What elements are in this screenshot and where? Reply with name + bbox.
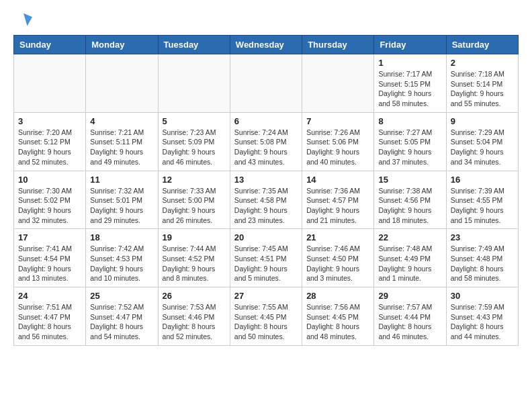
header	[13, 11, 519, 30]
day-number: 24	[18, 291, 81, 301]
calendar-week-2: 10Sunrise: 7:30 AM Sunset: 5:02 PM Dayli…	[14, 171, 519, 229]
calendar-cell: 30Sunrise: 7:59 AM Sunset: 4:43 PM Dayli…	[446, 287, 518, 346]
svg-marker-0	[24, 13, 32, 26]
day-info: Sunrise: 7:17 AM Sunset: 5:15 PM Dayligh…	[378, 69, 441, 109]
column-header-tuesday: Tuesday	[158, 36, 230, 54]
calendar-cell: 9Sunrise: 7:29 AM Sunset: 5:04 PM Daylig…	[446, 112, 518, 171]
calendar-cell: 2Sunrise: 7:18 AM Sunset: 5:14 PM Daylig…	[446, 54, 518, 113]
calendar-cell: 13Sunrise: 7:35 AM Sunset: 4:58 PM Dayli…	[230, 171, 302, 229]
day-number: 15	[378, 175, 441, 185]
day-info: Sunrise: 7:38 AM Sunset: 4:56 PM Dayligh…	[378, 186, 441, 226]
day-info: Sunrise: 7:59 AM Sunset: 4:43 PM Dayligh…	[451, 302, 514, 342]
calendar-table: SundayMondayTuesdayWednesdayThursdayFrid…	[13, 35, 519, 346]
column-header-thursday: Thursday	[302, 36, 374, 54]
calendar-cell: 21Sunrise: 7:46 AM Sunset: 4:50 PM Dayli…	[302, 229, 374, 287]
day-number: 1	[378, 58, 441, 68]
calendar-week-3: 17Sunrise: 7:41 AM Sunset: 4:54 PM Dayli…	[14, 229, 519, 287]
day-info: Sunrise: 7:55 AM Sunset: 4:45 PM Dayligh…	[234, 302, 298, 342]
day-info: Sunrise: 7:26 AM Sunset: 5:06 PM Dayligh…	[306, 128, 369, 167]
calendar-cell: 1Sunrise: 7:17 AM Sunset: 5:15 PM Daylig…	[374, 54, 446, 113]
day-info: Sunrise: 7:56 AM Sunset: 4:45 PM Dayligh…	[306, 302, 369, 342]
calendar-cell	[86, 54, 158, 113]
day-number: 9	[451, 116, 514, 126]
calendar-cell: 23Sunrise: 7:49 AM Sunset: 4:48 PM Dayli…	[446, 229, 518, 287]
day-info: Sunrise: 7:52 AM Sunset: 4:47 PM Dayligh…	[90, 302, 153, 342]
day-number: 7	[306, 116, 369, 126]
day-number: 22	[378, 232, 441, 242]
day-number: 30	[451, 291, 514, 301]
calendar-cell: 6Sunrise: 7:24 AM Sunset: 5:08 PM Daylig…	[230, 112, 302, 171]
day-number: 10	[18, 175, 81, 185]
column-header-sunday: Sunday	[14, 36, 86, 54]
day-number: 19	[163, 232, 226, 242]
column-header-monday: Monday	[86, 36, 158, 54]
day-number: 20	[234, 232, 298, 242]
calendar-cell	[158, 54, 230, 113]
day-info: Sunrise: 7:23 AM Sunset: 5:09 PM Dayligh…	[163, 128, 226, 167]
day-number: 12	[163, 175, 226, 185]
day-number: 18	[90, 232, 153, 242]
day-info: Sunrise: 7:49 AM Sunset: 4:48 PM Dayligh…	[451, 244, 514, 283]
day-number: 17	[18, 232, 81, 242]
day-number: 28	[306, 291, 369, 301]
page-container: SundayMondayTuesdayWednesdayThursdayFrid…	[0, 0, 532, 357]
calendar-cell: 12Sunrise: 7:33 AM Sunset: 5:00 PM Dayli…	[158, 171, 230, 229]
day-number: 11	[90, 175, 153, 185]
day-info: Sunrise: 7:33 AM Sunset: 5:00 PM Dayligh…	[163, 186, 226, 226]
calendar-cell	[14, 54, 86, 113]
day-info: Sunrise: 7:21 AM Sunset: 5:11 PM Dayligh…	[90, 128, 153, 167]
calendar-cell	[230, 54, 302, 113]
day-info: Sunrise: 7:42 AM Sunset: 4:53 PM Dayligh…	[90, 244, 153, 283]
calendar-cell: 18Sunrise: 7:42 AM Sunset: 4:53 PM Dayli…	[86, 229, 158, 287]
day-number: 16	[451, 175, 514, 185]
calendar-cell: 29Sunrise: 7:57 AM Sunset: 4:44 PM Dayli…	[374, 287, 446, 346]
calendar-cell: 17Sunrise: 7:41 AM Sunset: 4:54 PM Dayli…	[14, 229, 86, 287]
calendar-week-4: 24Sunrise: 7:51 AM Sunset: 4:47 PM Dayli…	[14, 287, 519, 346]
logo-icon	[13, 11, 32, 30]
day-number: 13	[234, 175, 298, 185]
logo	[13, 11, 36, 30]
calendar-header-row: SundayMondayTuesdayWednesdayThursdayFrid…	[14, 36, 519, 54]
day-info: Sunrise: 7:18 AM Sunset: 5:14 PM Dayligh…	[451, 69, 514, 109]
calendar-cell: 25Sunrise: 7:52 AM Sunset: 4:47 PM Dayli…	[86, 287, 158, 346]
day-info: Sunrise: 7:51 AM Sunset: 4:47 PM Dayligh…	[18, 302, 81, 342]
calendar-cell: 27Sunrise: 7:55 AM Sunset: 4:45 PM Dayli…	[230, 287, 302, 346]
day-info: Sunrise: 7:39 AM Sunset: 4:55 PM Dayligh…	[451, 186, 514, 226]
day-info: Sunrise: 7:57 AM Sunset: 4:44 PM Dayligh…	[378, 302, 441, 342]
column-header-wednesday: Wednesday	[230, 36, 302, 54]
calendar-cell: 26Sunrise: 7:53 AM Sunset: 4:46 PM Dayli…	[158, 287, 230, 346]
calendar-cell: 3Sunrise: 7:20 AM Sunset: 5:12 PM Daylig…	[14, 112, 86, 171]
day-number: 4	[90, 116, 153, 126]
day-info: Sunrise: 7:27 AM Sunset: 5:05 PM Dayligh…	[378, 128, 441, 167]
day-info: Sunrise: 7:41 AM Sunset: 4:54 PM Dayligh…	[18, 244, 81, 283]
day-info: Sunrise: 7:35 AM Sunset: 4:58 PM Dayligh…	[234, 186, 298, 226]
day-number: 26	[163, 291, 226, 301]
calendar-cell: 22Sunrise: 7:48 AM Sunset: 4:49 PM Dayli…	[374, 229, 446, 287]
day-number: 14	[306, 175, 369, 185]
day-number: 2	[451, 58, 514, 68]
calendar-cell: 4Sunrise: 7:21 AM Sunset: 5:11 PM Daylig…	[86, 112, 158, 171]
column-header-friday: Friday	[374, 36, 446, 54]
day-info: Sunrise: 7:30 AM Sunset: 5:02 PM Dayligh…	[18, 186, 81, 226]
calendar-cell: 19Sunrise: 7:44 AM Sunset: 4:52 PM Dayli…	[158, 229, 230, 287]
day-number: 3	[18, 116, 81, 126]
calendar-cell: 10Sunrise: 7:30 AM Sunset: 5:02 PM Dayli…	[14, 171, 86, 229]
column-header-saturday: Saturday	[446, 36, 518, 54]
calendar-cell: 5Sunrise: 7:23 AM Sunset: 5:09 PM Daylig…	[158, 112, 230, 171]
day-number: 8	[378, 116, 441, 126]
day-number: 29	[378, 291, 441, 301]
calendar-cell: 20Sunrise: 7:45 AM Sunset: 4:51 PM Dayli…	[230, 229, 302, 287]
day-number: 23	[451, 232, 514, 242]
day-info: Sunrise: 7:20 AM Sunset: 5:12 PM Dayligh…	[18, 128, 81, 167]
day-info: Sunrise: 7:44 AM Sunset: 4:52 PM Dayligh…	[163, 244, 226, 283]
calendar-cell: 7Sunrise: 7:26 AM Sunset: 5:06 PM Daylig…	[302, 112, 374, 171]
day-number: 6	[234, 116, 298, 126]
day-info: Sunrise: 7:29 AM Sunset: 5:04 PM Dayligh…	[451, 128, 514, 167]
day-info: Sunrise: 7:24 AM Sunset: 5:08 PM Dayligh…	[234, 128, 298, 167]
day-info: Sunrise: 7:32 AM Sunset: 5:01 PM Dayligh…	[90, 186, 153, 226]
calendar-cell: 16Sunrise: 7:39 AM Sunset: 4:55 PM Dayli…	[446, 171, 518, 229]
calendar-cell: 8Sunrise: 7:27 AM Sunset: 5:05 PM Daylig…	[374, 112, 446, 171]
calendar-body: 1Sunrise: 7:17 AM Sunset: 5:15 PM Daylig…	[14, 54, 519, 346]
day-info: Sunrise: 7:36 AM Sunset: 4:57 PM Dayligh…	[306, 186, 369, 226]
day-number: 27	[234, 291, 298, 301]
